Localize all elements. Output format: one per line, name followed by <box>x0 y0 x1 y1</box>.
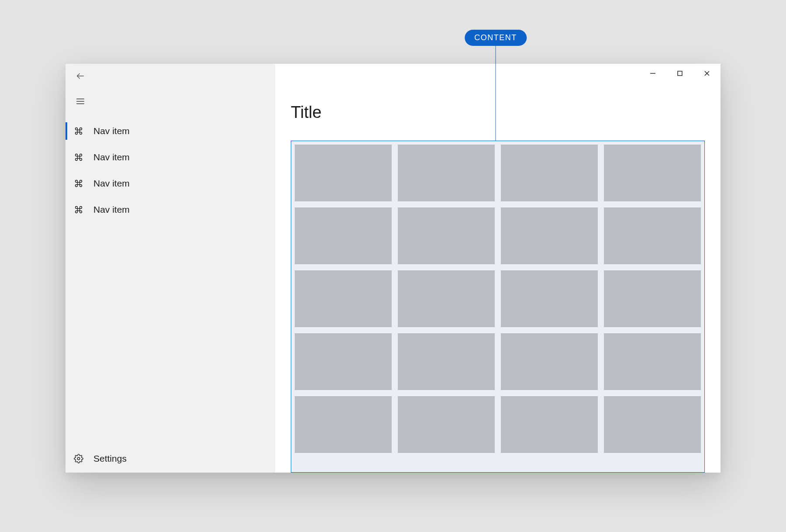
grid-tile[interactable] <box>295 396 392 453</box>
grid-tile[interactable] <box>398 333 495 390</box>
grid-tile[interactable] <box>501 396 598 453</box>
hamburger-row <box>66 90 275 114</box>
command-icon <box>73 204 84 215</box>
grid-tile[interactable] <box>295 270 392 327</box>
content-pane: Title <box>275 64 720 473</box>
nav-item-2[interactable]: Nav item <box>66 170 275 197</box>
callout-pill: CONTENT <box>465 30 527 46</box>
grid-tile[interactable] <box>398 270 495 327</box>
gear-icon <box>73 453 84 464</box>
grid-tile[interactable] <box>501 333 598 390</box>
hamburger-button[interactable] <box>72 93 89 111</box>
nav-item-label: Nav item <box>93 126 130 136</box>
grid-tile[interactable] <box>501 207 598 264</box>
back-button[interactable] <box>72 68 89 86</box>
sidebar-spacer <box>66 223 275 445</box>
nav-item-0[interactable]: Nav item <box>66 118 275 144</box>
grid-tile[interactable] <box>398 145 495 201</box>
grid-tile[interactable] <box>501 145 598 201</box>
grid-tile[interactable] <box>604 270 701 327</box>
callout-connector <box>496 46 496 141</box>
sidebar: Nav item Nav item Nav item Nav item <box>66 64 275 473</box>
minimize-icon <box>650 70 656 78</box>
nav-item-3[interactable]: Nav item <box>66 197 275 223</box>
hamburger-icon <box>76 97 85 108</box>
svg-point-4 <box>77 457 80 460</box>
callout-label: CONTENT <box>474 33 517 42</box>
svg-rect-6 <box>678 71 682 76</box>
grid-tile[interactable] <box>398 207 495 264</box>
grid-tile[interactable] <box>604 396 701 453</box>
nav-list: Nav item Nav item Nav item Nav item <box>66 118 275 223</box>
nav-item-1[interactable]: Nav item <box>66 144 275 170</box>
close-icon <box>704 70 710 78</box>
content-outline <box>291 141 705 473</box>
nav-item-label: Nav item <box>93 152 130 162</box>
close-button[interactable] <box>693 64 720 85</box>
sidebar-topbar <box>66 64 275 90</box>
page-title: Title <box>291 103 321 122</box>
grid-tile[interactable] <box>604 333 701 390</box>
maximize-icon <box>677 70 683 78</box>
command-icon <box>73 126 84 136</box>
grid-tile[interactable] <box>398 396 495 453</box>
settings-item[interactable]: Settings <box>66 445 275 473</box>
settings-label: Settings <box>93 453 127 464</box>
grid-tile[interactable] <box>604 145 701 201</box>
content-grid <box>291 141 704 456</box>
command-icon <box>73 152 84 162</box>
nav-item-label: Nav item <box>93 204 130 215</box>
command-icon <box>73 178 84 189</box>
maximize-button[interactable] <box>666 64 693 85</box>
grid-tile[interactable] <box>295 207 392 264</box>
back-arrow-icon <box>76 71 85 83</box>
window-controls <box>639 64 720 85</box>
minimize-button[interactable] <box>639 64 666 85</box>
grid-tile[interactable] <box>501 270 598 327</box>
app-window: Nav item Nav item Nav item Nav item <box>66 64 720 473</box>
grid-tile[interactable] <box>604 207 701 264</box>
grid-tile[interactable] <box>295 333 392 390</box>
nav-item-label: Nav item <box>93 178 130 189</box>
grid-tile[interactable] <box>295 145 392 201</box>
